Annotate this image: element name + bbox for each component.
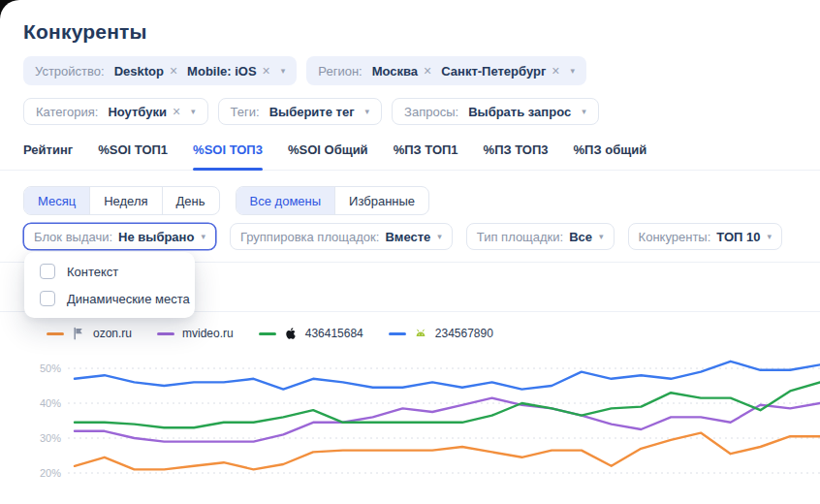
domains-segmented-control: Все доменыИзбранные [236, 186, 430, 215]
apple-icon [284, 327, 298, 340]
window-rounded-corner [0, 0, 21, 21]
chip-value: Москва× [372, 64, 432, 79]
chip-value: Mobile: iOS× [187, 64, 270, 79]
svg-text:40%: 40% [40, 397, 61, 409]
chevron-down-icon[interactable]: ▾ [281, 67, 286, 76]
period-option-2[interactable]: День [162, 187, 219, 214]
series-line-436415684 [75, 382, 820, 427]
tab-3[interactable]: %SOI Общий [288, 142, 368, 170]
filter-chips-row-secondary: Категория:Ноутбуки×▾Теги:Выберите тег▾За… [23, 98, 820, 125]
domains-option-0[interactable]: Все домены [237, 187, 335, 214]
chevron-down-icon[interactable]: ▾ [191, 108, 196, 116]
filter-selects-row: Блок выдачи:Не выбрано▾КонтекстДинамичес… [23, 223, 820, 250]
chevron-down-icon[interactable]: ▾ [582, 108, 586, 116]
chevron-down-icon[interactable]: ▾ [365, 108, 370, 116]
filter-chips-row-primary: Устройство:Desktop×Mobile: iOS×▾Регион:М… [23, 56, 820, 85]
legend-item-234567890[interactable]: 234567890 [389, 327, 493, 340]
chip-value: Санкт-Петербург× [441, 64, 559, 79]
competitors-select[interactable]: Конкуренты:ТОП 10▾ [628, 223, 782, 250]
category-filter-chip[interactable]: Категория:Ноутбуки×▾ [23, 98, 208, 125]
chip-label: Запросы: [404, 105, 458, 119]
series-line-mvideo.ru [75, 398, 820, 442]
chip-label: Теги: [231, 105, 260, 119]
svg-text:20%: 20% [40, 467, 61, 479]
legend-label: 436415684 [305, 327, 363, 340]
page-title: Конкуренты [23, 20, 820, 44]
platform-type-select[interactable]: Тип площадки:Все▾ [466, 223, 615, 250]
select-value: ТОП 10 [716, 230, 760, 244]
metric-tabs: Рейтинг%SOI ТОП1%SOI ТОП3%SOI Общий%ПЗ Т… [23, 142, 820, 170]
checkbox[interactable] [40, 264, 55, 279]
legend-item-mvideo.ru[interactable]: mvideo.ru [157, 327, 234, 340]
legend-item-436415684[interactable]: 436415684 [259, 327, 363, 340]
chip-label: Регион: [318, 64, 362, 79]
legend-swatch [389, 332, 406, 335]
chip-value-text: Москва [372, 64, 418, 79]
chip-value-text: Desktop [114, 64, 164, 79]
chip-value-text: Санкт-Петербург [441, 64, 546, 79]
chip-value: Выбрать запрос [468, 105, 571, 119]
tab-2[interactable]: %SOI ТОП3 [193, 142, 263, 170]
dropdown-option-1[interactable]: Динамические места [24, 285, 195, 312]
flag-icon [72, 327, 85, 340]
select-label: Конкуренты: [639, 230, 711, 244]
svg-text:30%: 30% [40, 432, 61, 444]
chip-value-text: Mobile: iOS [187, 64, 257, 79]
period-segmented-control: МесяцНеделяДень [23, 186, 220, 215]
chip-value-text: Ноутбуки [108, 105, 167, 119]
select-value: Все [569, 230, 592, 244]
legend-label: 234567890 [435, 327, 493, 340]
period-option-0[interactable]: Месяц [24, 187, 89, 214]
series-line-234567890 [75, 362, 820, 390]
chevron-down-icon: ▾ [437, 233, 442, 241]
remove-icon[interactable]: × [552, 64, 559, 78]
chevron-down-icon: ▾ [599, 233, 604, 241]
legend-item-ozon.ru[interactable]: ozon.ru [47, 327, 132, 340]
remove-icon[interactable]: × [173, 105, 180, 118]
select-label: Тип площадки: [477, 230, 563, 244]
remove-icon[interactable]: × [263, 64, 270, 78]
dropdown-panel: КонтекстДинамические места [24, 252, 195, 318]
chart-legend: ozon.rumvideo.ru436415684234567890 [47, 327, 820, 340]
chevron-down-icon: ▾ [201, 233, 205, 241]
tab-6[interactable]: %ПЗ общий [574, 142, 647, 170]
domains-option-1[interactable]: Избранные [334, 187, 428, 214]
checkbox[interactable] [40, 291, 55, 306]
svg-text:50%: 50% [40, 362, 61, 374]
legend-swatch [259, 332, 276, 335]
block-select[interactable]: Блок выдачи:Не выбрано▾КонтекстДинамичес… [23, 223, 216, 250]
chip-value-text: Выберите тег [269, 105, 355, 119]
chip-value: Выберите тег [269, 105, 355, 119]
soi-top3-line-chart: 50%40%30%20% [0, 351, 820, 504]
select-value: Вместе [385, 230, 430, 244]
metric-tabs-bar: Рейтинг%SOI ТОП1%SOI ТОП3%SOI Общий%ПЗ Т… [0, 142, 820, 171]
chip-value: Desktop× [114, 64, 177, 79]
tab-5[interactable]: %ПЗ ТОП3 [484, 142, 549, 170]
device-filter-chip[interactable]: Устройство:Desktop×Mobile: iOS×▾ [23, 56, 297, 85]
legend-label: ozon.ru [93, 327, 132, 340]
period-option-1[interactable]: Неделя [89, 187, 161, 214]
queries-filter-chip[interactable]: Запросы:Выбрать запрос▾ [392, 98, 599, 125]
dropdown-option-label: Контекст [67, 265, 118, 279]
chevron-down-icon: ▾ [767, 233, 772, 241]
chip-label: Категория: [36, 105, 98, 119]
legend-swatch [157, 332, 174, 335]
legend-swatch [47, 332, 64, 335]
remove-icon[interactable]: × [170, 64, 177, 78]
tags-filter-chip[interactable]: Теги:Выберите тег▾ [218, 98, 383, 125]
line-chart-svg: 50%40%30%20% [0, 351, 820, 504]
chip-value: Ноутбуки× [108, 105, 180, 119]
tab-0[interactable]: Рейтинг [23, 142, 73, 170]
region-filter-chip[interactable]: Регион:Москва×Санкт-Петербург×▾ [306, 56, 586, 85]
remove-icon[interactable]: × [424, 64, 431, 78]
android-icon [414, 327, 427, 340]
grouping-select[interactable]: Группировка площадок:Вместе▾ [230, 223, 453, 250]
select-label: Группировка площадок: [240, 230, 379, 244]
tab-1[interactable]: %SOI ТОП1 [98, 142, 168, 170]
dropdown-option-label: Динамические места [67, 292, 190, 306]
select-value: Не выбрано [118, 230, 194, 244]
tab-4[interactable]: %ПЗ ТОП1 [394, 142, 458, 170]
dropdown-option-0[interactable]: Контекст [24, 258, 195, 285]
chevron-down-icon[interactable]: ▾ [571, 67, 576, 76]
chip-label: Устройство: [35, 64, 105, 79]
